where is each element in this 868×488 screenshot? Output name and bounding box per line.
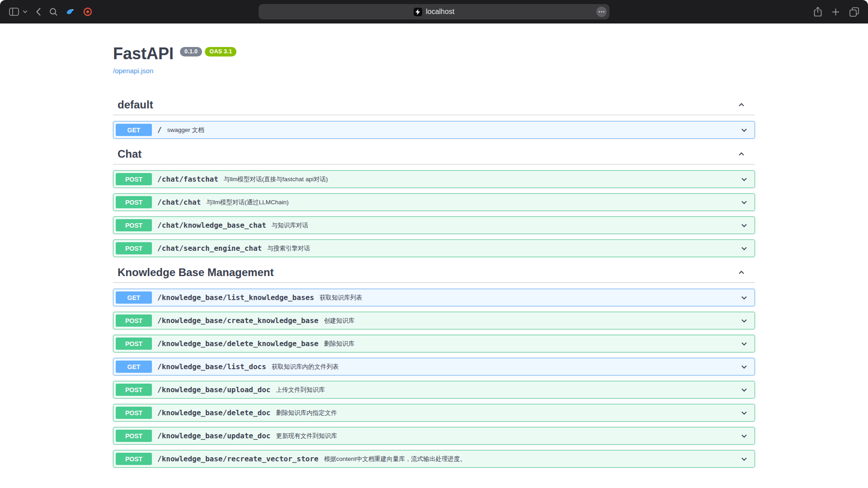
expand-operation-icon[interactable]	[740, 455, 752, 464]
operation-row[interactable]: POST /chat/search_engine_chat 与搜索引擎对话	[113, 239, 755, 257]
operation-row[interactable]: POST /knowledge_base/recreate_vector_sto…	[113, 450, 755, 468]
method-badge: POST	[116, 453, 152, 465]
operation-row[interactable]: GET /knowledge_base/list_knowledge_bases…	[113, 289, 755, 306]
expand-operation-icon[interactable]	[740, 432, 752, 441]
method-badge: POST	[116, 242, 152, 254]
operation-row[interactable]: POST /knowledge_base/update_doc 更新现有文件到知…	[113, 427, 755, 445]
toolbar-right-group	[814, 5, 859, 18]
site-favicon	[414, 8, 422, 16]
collapse-section-icon[interactable]	[737, 100, 746, 109]
method-badge: POST	[116, 338, 152, 350]
section-title: default	[118, 99, 153, 111]
operation-path: /knowledge_base/list_knowledge_bases	[157, 293, 314, 302]
section-header-default[interactable]: default	[113, 95, 755, 115]
method-badge: POST	[116, 173, 152, 185]
method-badge: GET	[116, 124, 152, 136]
operation-row[interactable]: POST /chat/fastchat 与llm模型对话(直接与fastchat…	[113, 170, 755, 188]
operation-description: 与llm模型对话(直接与fastchat api对话)	[224, 175, 328, 183]
api-section-default: default GET / swagger 文档	[113, 95, 755, 139]
expand-operation-icon[interactable]	[740, 385, 752, 394]
new-tab-icon[interactable]	[832, 5, 840, 18]
back-icon[interactable]	[36, 5, 41, 18]
page-menu-icon[interactable]	[596, 7, 607, 17]
extension-record-icon[interactable]	[83, 5, 92, 18]
operation-path: /knowledge_base/delete_doc	[157, 408, 270, 417]
page-title: FastAPI0.1.0OAS 3.1	[113, 44, 755, 63]
method-badge: POST	[116, 407, 152, 419]
operation-description: 删除知识库	[324, 340, 354, 348]
operation-path: /knowledge_base/update_doc	[157, 432, 270, 440]
operation-row[interactable]: POST /knowledge_base/upload_doc 上传文件到知识库	[113, 381, 755, 399]
method-badge: POST	[116, 196, 152, 208]
method-badge: GET	[116, 361, 152, 373]
expand-operation-icon[interactable]	[740, 362, 752, 371]
share-icon[interactable]	[814, 5, 822, 18]
method-badge: POST	[116, 219, 152, 231]
operation-description: 与llm模型对话(通过LLMChain)	[206, 198, 288, 206]
api-section-knowledge-base: Knowledge Base Management GET /knowledge…	[113, 263, 755, 468]
collapse-section-icon[interactable]	[737, 268, 746, 277]
api-section-chat: Chat POST /chat/fastchat 与llm模型对话(直接与fas…	[113, 144, 755, 257]
operation-description: 根据content中文档重建向量库，流式输出处理进度。	[324, 455, 466, 463]
operation-description: 上传文件到知识库	[276, 386, 325, 394]
api-info: FastAPI0.1.0OAS 3.1 /openapi.json	[113, 23, 755, 75]
section-title: Knowledge Base Management	[118, 266, 274, 279]
search-icon[interactable]	[49, 5, 58, 18]
operation-path: /chat/knowledge_base_chat	[157, 221, 266, 230]
operation-path: /knowledge_base/upload_doc	[157, 385, 270, 394]
operation-path: /knowledge_base/delete_knowledge_base	[157, 339, 318, 348]
expand-operation-icon[interactable]	[740, 175, 752, 184]
method-badge: GET	[116, 291, 152, 304]
section-title: Chat	[118, 148, 142, 160]
operation-row[interactable]: GET /knowledge_base/list_docs 获取知识库内的文件列…	[113, 358, 755, 375]
operation-row[interactable]: POST /chat/knowledge_base_chat 与知识库对话	[113, 216, 755, 234]
operation-path: /chat/fastchat	[157, 175, 218, 183]
api-title-text: FastAPI	[113, 44, 174, 63]
operation-path: /chat/chat	[157, 198, 201, 206]
operation-path: /knowledge_base/recreate_vector_store	[157, 455, 318, 463]
operation-description: 创建知识库	[324, 317, 354, 325]
method-badge: POST	[116, 384, 152, 396]
sidebar-toggle-icon[interactable]	[9, 5, 19, 18]
operation-row[interactable]: POST /chat/chat 与llm模型对话(通过LLMChain)	[113, 193, 755, 211]
section-header-knowledge-base[interactable]: Knowledge Base Management	[113, 263, 755, 283]
operation-path: /chat/search_engine_chat	[157, 244, 262, 253]
method-badge: POST	[116, 314, 152, 327]
operation-description: 与知识库对话	[272, 221, 308, 230]
browser-toolbar: localhost	[0, 0, 868, 23]
operation-description: swagger 文档	[167, 126, 204, 134]
expand-operation-icon[interactable]	[740, 316, 752, 325]
operation-path: /knowledge_base/create_knowledge_base	[157, 316, 318, 325]
collapse-section-icon[interactable]	[737, 150, 746, 159]
extension-bird-icon[interactable]	[66, 5, 75, 18]
operation-description: 与搜索引擎对话	[267, 244, 310, 253]
oas-badge: OAS 3.1	[205, 47, 236, 56]
toolbar-left-group	[9, 5, 92, 18]
operation-path: /	[157, 126, 162, 134]
expand-operation-icon[interactable]	[740, 293, 752, 302]
operation-path: /knowledge_base/list_docs	[157, 362, 266, 371]
operation-description: 删除知识库内指定文件	[276, 409, 337, 417]
sidebar-chevron-down-icon[interactable]	[23, 5, 28, 18]
swagger-page: FastAPI0.1.0OAS 3.1 /openapi.json defaul…	[0, 23, 868, 488]
address-bar[interactable]: localhost	[259, 4, 609, 19]
operation-row[interactable]: POST /knowledge_base/delete_knowledge_ba…	[113, 335, 755, 352]
expand-operation-icon[interactable]	[740, 408, 752, 418]
openapi-spec-link[interactable]: /openapi.json	[113, 67, 153, 75]
expand-operation-icon[interactable]	[740, 126, 752, 135]
operation-description: 获取知识库内的文件列表	[272, 363, 339, 371]
operation-row[interactable]: POST /knowledge_base/delete_doc 删除知识库内指定…	[113, 404, 755, 422]
operation-row[interactable]: GET / swagger 文档	[113, 121, 755, 139]
expand-operation-icon[interactable]	[740, 339, 752, 348]
version-badge: 0.1.0	[180, 47, 202, 56]
expand-operation-icon[interactable]	[740, 198, 752, 207]
method-badge: POST	[116, 430, 152, 442]
operation-description: 获取知识库列表	[320, 294, 363, 302]
section-header-chat[interactable]: Chat	[113, 144, 755, 164]
expand-operation-icon[interactable]	[740, 244, 752, 253]
expand-operation-icon[interactable]	[740, 221, 752, 230]
tab-overview-icon[interactable]	[849, 5, 859, 18]
address-url: localhost	[426, 8, 454, 16]
operation-row[interactable]: POST /knowledge_base/create_knowledge_ba…	[113, 312, 755, 329]
operation-description: 更新现有文件到知识库	[276, 432, 337, 440]
